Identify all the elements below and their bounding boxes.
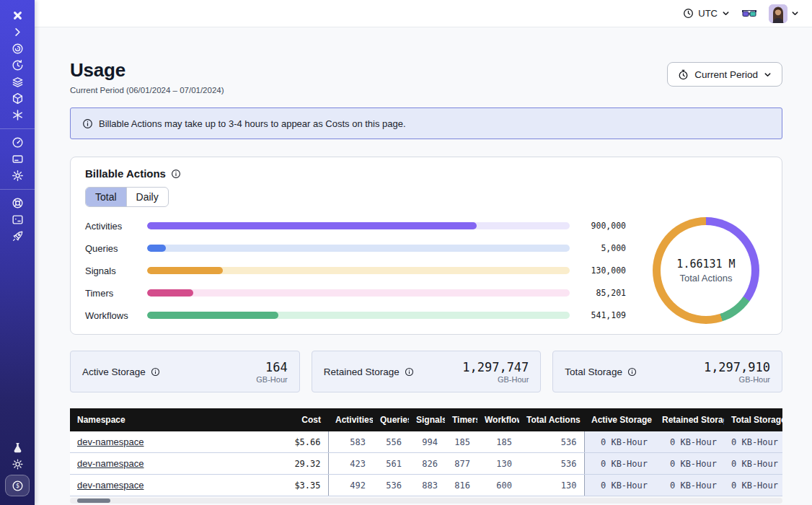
table-header: NamespaceCostActivitiesQueriesSignalsTim… xyxy=(70,408,782,431)
billable-actions-title: Billable Actions xyxy=(85,167,166,180)
namespace-usage-table: NamespaceCostActivitiesQueriesSignalsTim… xyxy=(70,408,782,504)
billing-card-icon[interactable] xyxy=(0,151,35,167)
bar-track xyxy=(147,245,570,252)
theme-sun-icon[interactable] xyxy=(0,456,35,473)
total_actions-cell: 536 xyxy=(519,431,584,453)
namespace-link[interactable]: dev-namespace xyxy=(77,458,144,469)
namespace-link[interactable]: dev-namespace xyxy=(77,480,144,491)
chevron-down-icon xyxy=(791,9,799,17)
workflows-cell: 130 xyxy=(477,453,519,475)
total-storage-card: Total Storage 1,297,910 GB-Hour xyxy=(552,351,782,392)
sidebar-divider xyxy=(0,128,35,129)
namespace-link[interactable]: dev-namespace xyxy=(77,436,144,447)
chart-view-tabs: Total Daily xyxy=(85,187,169,207)
namespace-cell: dev-namespace xyxy=(70,431,256,453)
deployments-icon[interactable] xyxy=(0,90,35,107)
billable-bar-chart: Activities 900,000 Queries 5,000 Signals… xyxy=(85,221,645,321)
column-header-total_actions: Total Actions xyxy=(519,408,584,431)
storage-card-label: Total Storage xyxy=(565,366,622,377)
bar-label: Workflows xyxy=(85,310,137,321)
storage-card-label: Active Storage xyxy=(82,366,146,377)
queries-cell: 556 xyxy=(373,431,409,453)
usage-gauge-icon[interactable] xyxy=(0,134,35,151)
glasses-icon[interactable] xyxy=(741,8,757,19)
namespace-cell: dev-namespace xyxy=(70,475,256,496)
bar-label: Queries xyxy=(85,243,137,254)
info-banner: Billable Actions may take up to 3-4 hour… xyxy=(70,107,782,139)
scrollbar-thumb[interactable] xyxy=(77,499,110,503)
docs-terminal-icon[interactable] xyxy=(0,211,35,228)
timers-cell: 816 xyxy=(445,475,477,496)
active_storage-cell: 0 KB-Hour xyxy=(584,453,655,475)
total_actions-cell: 536 xyxy=(519,453,584,475)
bar-value: 900,000 xyxy=(580,221,626,231)
horizontal-scrollbar[interactable] xyxy=(70,498,782,504)
billable-actions-card: Billable Actions Total Daily Activities … xyxy=(70,157,782,335)
column-header-retained_storage: Retained Storage xyxy=(655,408,724,431)
column-header-signals: Signals xyxy=(409,408,445,431)
retained_storage-cell: 0 KB-Hour xyxy=(655,431,724,453)
rocket-icon[interactable] xyxy=(0,228,35,245)
period-dropdown-label: Current Period xyxy=(694,69,758,80)
period-dropdown-button[interactable]: Current Period xyxy=(667,62,782,87)
bar-value: 541,109 xyxy=(580,310,626,320)
bar-fill xyxy=(147,289,193,297)
namespaces-icon[interactable] xyxy=(0,40,35,57)
signals-cell: 994 xyxy=(409,431,445,453)
column-header-cost: Cost xyxy=(256,408,328,431)
bar-value: 130,000 xyxy=(580,265,626,276)
timezone-label: UTC xyxy=(698,8,718,19)
labs-flask-icon[interactable] xyxy=(0,439,35,456)
cost-cell: $3.35 xyxy=(256,475,328,496)
bar-row-signals: Signals 130,000 xyxy=(85,265,626,276)
bar-track xyxy=(147,289,570,297)
bar-label: Signals xyxy=(85,265,137,276)
table-row: dev-namespace$3.354925368838166001300 KB… xyxy=(70,475,782,496)
main-content: Usage Current Period (06/01/2024 – 07/01… xyxy=(35,27,812,505)
signals-cell: 883 xyxy=(409,475,445,496)
period-subtitle: Current Period (06/01/2024 – 07/01/2024) xyxy=(70,86,224,95)
storage-card-value: 164 xyxy=(256,360,287,374)
tab-daily[interactable]: Daily xyxy=(126,188,168,206)
page-title: Usage xyxy=(70,59,224,82)
timers-cell: 877 xyxy=(445,453,477,475)
settings-gear-icon[interactable] xyxy=(0,167,35,184)
total_storage-cell: 0 KB-Hour xyxy=(724,453,782,475)
user-menu[interactable] xyxy=(769,4,799,23)
schedules-icon[interactable] xyxy=(0,57,35,74)
support-lifebuoy-icon[interactable] xyxy=(0,195,35,211)
info-icon[interactable] xyxy=(151,367,160,377)
timers-cell: 185 xyxy=(445,431,477,453)
retained_storage-cell: 0 KB-Hour xyxy=(655,475,724,496)
info-icon[interactable] xyxy=(405,367,414,377)
namespace-cell: dev-namespace xyxy=(70,453,256,475)
nexus-icon[interactable] xyxy=(0,107,35,123)
bar-label: Timers xyxy=(85,288,137,299)
storage-card-unit: GB-Hour xyxy=(704,375,770,384)
bar-label: Activities xyxy=(85,221,137,232)
tab-total[interactable]: Total xyxy=(86,188,126,206)
bar-fill xyxy=(147,267,223,274)
timezone-selector[interactable]: UTC xyxy=(683,8,730,19)
layers-icon[interactable] xyxy=(0,74,35,90)
workflows-cell: 185 xyxy=(477,431,519,453)
table-row: dev-namespace$5.665835569941851855360 KB… xyxy=(70,431,782,453)
bar-fill xyxy=(147,312,278,319)
column-header-workflows: Workflows xyxy=(477,408,519,431)
bar-track xyxy=(147,222,570,229)
donut-chart: 1.66131 M Total Actions xyxy=(653,217,759,324)
temporal-logo-icon[interactable] xyxy=(0,7,35,24)
storage-card-value: 1,297,747 xyxy=(462,360,529,374)
dollar-coin-icon[interactable]: $ xyxy=(5,475,30,496)
info-icon[interactable] xyxy=(627,367,637,377)
retained-storage-card: Retained Storage 1,297,747 GB-Hour xyxy=(312,351,542,392)
donut-total-label: Total Actions xyxy=(680,273,733,284)
active_storage-cell: 0 KB-Hour xyxy=(584,475,655,496)
activities-cell: 492 xyxy=(328,475,373,496)
info-icon[interactable] xyxy=(171,169,181,179)
bar-row-timers: Timers 85,201 xyxy=(85,288,626,299)
expand-icon[interactable] xyxy=(0,24,35,40)
storage-card-unit: GB-Hour xyxy=(462,375,529,384)
signals-cell: 826 xyxy=(409,453,445,475)
activities-cell: 423 xyxy=(328,453,373,475)
